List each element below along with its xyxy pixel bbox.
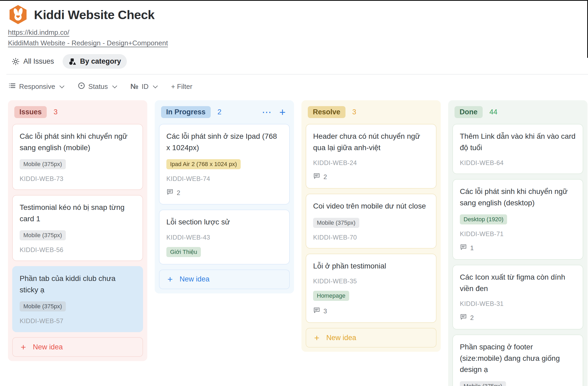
issue-card[interactable]: Coi video trên mobile dư nút closeMobile… bbox=[306, 194, 436, 249]
category-tag: Desktop (1920) bbox=[460, 214, 507, 224]
category-tag: Mobile (375px) bbox=[20, 159, 66, 169]
column-header: Resolve3 bbox=[306, 105, 436, 118]
card-title: Các Icon xuất từ figma còn dính viền đen bbox=[460, 272, 576, 294]
issue-card[interactable]: Phần tab của kiddi club chưa sticky ạMob… bbox=[12, 266, 143, 332]
tab-label: By category bbox=[80, 57, 121, 66]
column-header: In Progress2⋯+ bbox=[159, 105, 290, 118]
column-status-badge: In Progress bbox=[161, 106, 211, 118]
page-header: Kiddi Website Check https://kid.indmp.co… bbox=[0, 1, 588, 47]
board-column-resolve: Resolve3Header chưa có nút chuyển ngữ qu… bbox=[301, 100, 441, 352]
card-title: Các lỗi phát sinh khi chuyển ngữ sang en… bbox=[20, 131, 136, 153]
issue-card[interactable]: Các lỗi phát sinh ở size Ipad (768 x 102… bbox=[159, 124, 290, 205]
new-idea-button[interactable]: +New idea bbox=[159, 270, 290, 289]
filter-status[interactable]: Status bbox=[78, 82, 116, 91]
card-title: Phần tab của kiddi club chưa sticky ạ bbox=[20, 273, 136, 296]
comments-indicator: 2 bbox=[313, 172, 429, 181]
figma-page-link[interactable]: KiddiMath Website - Redesign - Design+Co… bbox=[8, 39, 168, 47]
list-icon bbox=[8, 82, 16, 91]
card-tags: Ipad Air 2 (768 x 1024 px) bbox=[166, 159, 282, 169]
comment-count: 1 bbox=[470, 244, 474, 252]
issue-card[interactable]: Các lỗi phát sinh khi chuyển ngữ sang en… bbox=[12, 124, 143, 190]
filter-id[interactable]: № ID bbox=[131, 83, 156, 91]
numero-icon: № bbox=[131, 83, 139, 91]
card-title: Các lỗi phát sinh khi chuyển ngữ sang en… bbox=[460, 186, 576, 209]
comment-icon bbox=[313, 172, 320, 181]
view-tabs: All Issues By category bbox=[6, 54, 588, 69]
card-tags: Mobile (375px) bbox=[20, 301, 136, 311]
comment-icon bbox=[313, 307, 320, 315]
issue-id: KIDDI-WEB-74 bbox=[166, 175, 282, 183]
new-idea-button[interactable]: +New idea bbox=[306, 328, 436, 348]
new-idea-button[interactable]: +New idea bbox=[12, 337, 143, 357]
filter-bar: Responsive Status № ID + Filter bbox=[8, 82, 588, 91]
card-tags: Mobile (375px) bbox=[20, 159, 136, 169]
column-count: 2 bbox=[218, 108, 222, 116]
issue-id: KIDDI-WEB-56 bbox=[20, 246, 136, 254]
column-status-badge: Issues bbox=[14, 106, 47, 118]
column-header: Done44 bbox=[452, 105, 583, 118]
issue-id: KIDDI-WEB-71 bbox=[460, 230, 576, 238]
comments-indicator: 2 bbox=[460, 313, 576, 322]
comment-icon bbox=[460, 244, 467, 252]
filter-label: ID bbox=[142, 83, 149, 91]
card-tags: Mobile (375px) bbox=[460, 381, 576, 386]
plus-icon: + bbox=[314, 333, 319, 343]
comment-count: 2 bbox=[470, 314, 474, 322]
column-status-badge: Done bbox=[455, 106, 483, 118]
tab-all-issues[interactable]: All Issues bbox=[6, 54, 60, 69]
sun-icon bbox=[12, 58, 20, 66]
category-tag: Giới Thiệu bbox=[166, 247, 201, 257]
filter-label: Responsive bbox=[19, 83, 55, 91]
comment-count: 3 bbox=[323, 307, 327, 315]
comments-indicator: 2 bbox=[166, 188, 282, 197]
tab-label: All Issues bbox=[23, 57, 54, 66]
kiddi-logo-icon bbox=[8, 5, 28, 25]
card-title: Lỗi section lược sử bbox=[166, 216, 282, 228]
category-tag: Mobile (375px) bbox=[460, 381, 506, 386]
category-tag: Mobile (375px) bbox=[313, 218, 359, 228]
column-count: 3 bbox=[54, 108, 58, 116]
category-tag: Mobile (375px) bbox=[20, 230, 66, 240]
tab-by-category[interactable]: By category bbox=[63, 54, 127, 69]
comment-count: 2 bbox=[323, 173, 327, 181]
issue-card[interactable]: Lỗi ở phần testimonialKIDDI-WEB-35Homepa… bbox=[306, 254, 436, 323]
chevron-down-icon bbox=[112, 83, 117, 88]
card-title: Phần spacing ở footer (size:mobile) đang… bbox=[460, 341, 576, 375]
comment-icon bbox=[166, 188, 174, 197]
card-tags: Desktop (1920) bbox=[460, 214, 576, 224]
comment-count: 2 bbox=[177, 189, 180, 197]
column-count: 44 bbox=[490, 108, 498, 116]
status-icon bbox=[78, 82, 85, 91]
issue-card[interactable]: Lỗi section lược sửKIDDI-WEB-43Giới Thiệ… bbox=[159, 210, 290, 264]
column-menu-button[interactable]: ⋯ bbox=[262, 107, 272, 117]
kanban-board: Issues3Các lỗi phát sinh khi chuyển ngữ … bbox=[8, 100, 588, 386]
filter-responsive[interactable]: Responsive bbox=[8, 82, 63, 91]
card-title: Thêm Link dẫn vào khi ấn vào card độ tuổ… bbox=[460, 131, 576, 153]
issue-card[interactable]: Các lỗi phát sinh khi chuyển ngữ sang en… bbox=[452, 179, 583, 260]
board-column-issues: Issues3Các lỗi phát sinh khi chuyển ngữ … bbox=[8, 100, 147, 361]
category-tag: Ipad Air 2 (768 x 1024 px) bbox=[166, 159, 241, 169]
board-column-done: Done44Thêm Link dẫn vào khi ấn vào card … bbox=[448, 100, 587, 386]
column-status-badge: Resolve bbox=[308, 106, 345, 118]
issue-card[interactable]: Testimonial kéo nó bị snap từng card 1Mo… bbox=[12, 195, 143, 261]
site-url-link[interactable]: https://kid.indmp.co/ bbox=[8, 28, 69, 37]
issue-card[interactable]: Header chưa có nút chuyển ngữ qua lại gi… bbox=[306, 124, 436, 189]
card-tags: Giới Thiệu bbox=[166, 247, 282, 257]
add-filter-button[interactable]: + Filter bbox=[171, 83, 192, 91]
column-add-button[interactable]: + bbox=[279, 107, 286, 118]
issue-card[interactable]: Các Icon xuất từ figma còn dính viền đen… bbox=[452, 265, 583, 329]
card-title: Testimonial kéo nó bị snap từng card 1 bbox=[20, 202, 136, 224]
issue-id: KIDDI-WEB-43 bbox=[166, 234, 282, 241]
board-column-in-progress: In Progress2⋯+Các lỗi phát sinh ở size I… bbox=[155, 100, 294, 293]
column-header: Issues3 bbox=[12, 105, 143, 118]
category-tag: Homepage bbox=[313, 291, 349, 301]
filter-label: Status bbox=[88, 83, 108, 91]
card-title: Các lỗi phát sinh ở size Ipad (768 x 102… bbox=[166, 131, 282, 153]
card-tags: Mobile (375px) bbox=[20, 230, 136, 240]
issue-id: KIDDI-WEB-24 bbox=[313, 159, 429, 167]
issue-card[interactable]: Thêm Link dẫn vào khi ấn vào card độ tuổ… bbox=[452, 124, 583, 174]
issue-card[interactable]: Phần spacing ở footer (size:mobile) đang… bbox=[452, 335, 583, 386]
card-title: Header chưa có nút chuyển ngữ qua lại gi… bbox=[313, 131, 429, 153]
issue-id: KIDDI-WEB-70 bbox=[313, 234, 429, 241]
card-title: Coi video trên mobile dư nút close bbox=[313, 201, 429, 212]
